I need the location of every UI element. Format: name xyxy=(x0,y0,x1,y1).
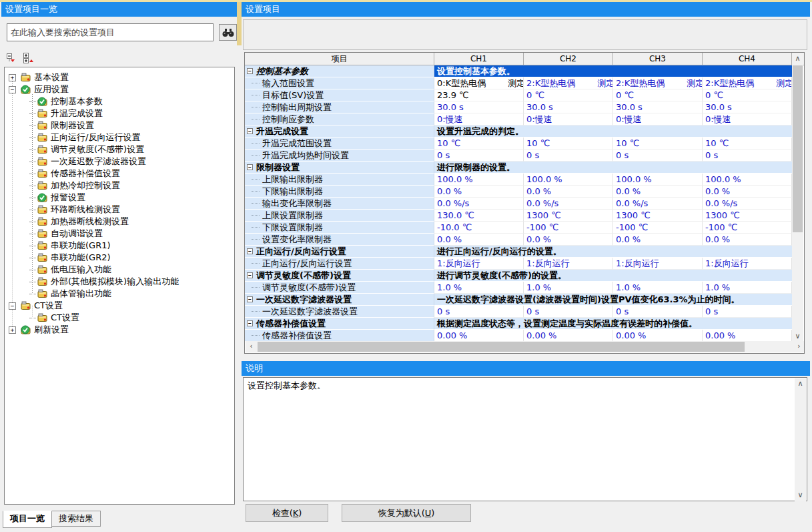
value-cell-ch3[interactable]: 0.0 % xyxy=(613,234,703,246)
tree-item[interactable]: CT设置 xyxy=(5,312,234,324)
value-cell-ch1[interactable]: 1.0 % xyxy=(434,282,524,294)
value-cell-ch4[interactable]: 100.0 % xyxy=(703,174,792,186)
tree-item[interactable]: −CT设置 xyxy=(5,300,234,312)
value-cell-ch1[interactable]: 0 s xyxy=(434,150,524,162)
scroll-up-icon[interactable]: ∧ xyxy=(795,378,806,390)
tab-search-results[interactable]: 搜索结果 xyxy=(51,511,101,527)
item-name-cell[interactable]: 设置变化率限制器 xyxy=(245,234,434,246)
item-name-cell[interactable]: 控制响应参数 xyxy=(245,113,434,125)
tree-item[interactable]: −应用设置 xyxy=(5,83,234,95)
tree-item[interactable]: 加热冷却控制设置 xyxy=(5,180,234,192)
value-cell-ch3[interactable]: 30.0 s xyxy=(613,101,703,113)
value-cell-ch3[interactable]: 0.0 % xyxy=(613,186,703,198)
item-name-cell[interactable]: 升温完成均热时间设置 xyxy=(245,150,434,162)
value-cell-ch2[interactable]: 1300 ℃ xyxy=(524,210,613,222)
scroll-down-icon[interactable]: ∨ xyxy=(795,490,806,501)
item-name-cell[interactable]: −调节灵敏度(不感带)设置 xyxy=(245,270,434,282)
value-cell-ch3[interactable]: 1:反向运行 xyxy=(613,258,703,270)
expand-icon[interactable]: + xyxy=(9,326,16,334)
item-name-cell[interactable]: 目标值(SV)设置 xyxy=(245,89,434,101)
value-cell-ch4[interactable]: -100 ℃ xyxy=(703,222,792,234)
item-name-cell[interactable]: −控制基本参数 xyxy=(245,65,434,77)
collapse-icon[interactable]: − xyxy=(247,296,253,302)
value-cell-ch2[interactable]: -100 ℃ xyxy=(524,222,613,234)
tree-item[interactable]: 串联功能(GR2) xyxy=(5,252,234,264)
value-cell-ch1[interactable]: 0.0 %/s xyxy=(434,198,524,210)
item-name-cell[interactable]: −限制器设置 xyxy=(245,162,434,174)
value-cell-ch4[interactable]: 0:慢速 xyxy=(703,113,792,125)
search-input[interactable] xyxy=(7,23,214,41)
check-button[interactable]: 检查(K) xyxy=(246,504,328,522)
value-cell-ch1[interactable]: 30.0 s xyxy=(434,101,524,113)
tab-item-list[interactable]: 项目一览 xyxy=(3,511,52,528)
tree-item[interactable]: 加热器断线检测设置 xyxy=(5,216,234,228)
table-vertical-scrollbar[interactable]: ∧ ∨ xyxy=(792,53,803,342)
value-cell-ch3[interactable]: 1.0 % xyxy=(613,282,703,294)
group-description-cell[interactable]: 一次延迟数字滤波器设置(滤波器设置时间)设置PV值变化63.3%为止的时间。 xyxy=(434,294,792,306)
tree-item[interactable]: 控制基本参数 xyxy=(5,95,234,107)
value-cell-ch3[interactable]: 0.0 %/s xyxy=(613,198,703,210)
value-cell-ch4[interactable]: 0.00 % xyxy=(703,330,792,342)
value-cell-ch4[interactable]: 0.0 % xyxy=(703,234,792,246)
value-cell-ch4[interactable]: 0 ℃ xyxy=(703,89,792,101)
item-name-cell[interactable]: 正向运行/反向运行设置 xyxy=(245,258,434,270)
scroll-right-icon[interactable]: › xyxy=(793,341,805,352)
value-cell-ch1[interactable]: 0.0 % xyxy=(434,186,524,198)
item-name-cell[interactable]: 下限输出限制器 xyxy=(245,186,434,198)
value-cell-ch3[interactable]: 0:慢速 xyxy=(613,113,703,125)
value-cell-ch4[interactable]: 1.0 % xyxy=(703,282,792,294)
tree-item[interactable]: 环路断线检测设置 xyxy=(5,204,234,216)
value-cell-ch3[interactable]: 0 s xyxy=(613,306,703,318)
value-cell-ch1[interactable]: 0:慢速 xyxy=(434,113,524,125)
value-cell-ch1[interactable]: 130.0 ℃ xyxy=(434,210,524,222)
value-cell-ch4[interactable]: 0 s xyxy=(703,306,792,318)
value-cell-ch4[interactable]: 1:反向运行 xyxy=(703,258,792,270)
value-cell-ch3[interactable]: 0 ℃ xyxy=(613,89,703,101)
expand-icon[interactable]: + xyxy=(9,74,16,81)
value-cell-ch1[interactable]: 100.0 % xyxy=(434,174,524,186)
description-scrollbar[interactable]: ∧ ∨ xyxy=(795,378,806,501)
tree-item[interactable]: 正向运行/反向运行设置 xyxy=(5,131,234,144)
group-description-cell[interactable]: 设置控制基本参数。 xyxy=(434,65,792,77)
value-cell-ch1[interactable]: 23.9 ℃ xyxy=(434,89,524,101)
item-name-cell[interactable]: −一次延迟数字滤波器设置 xyxy=(245,294,434,306)
value-cell-ch1[interactable]: 0 s xyxy=(434,306,524,318)
value-cell-ch4[interactable]: 0.0 %/s xyxy=(703,198,792,210)
value-cell-ch2[interactable]: 0:慢速 xyxy=(524,113,613,125)
tree-item[interactable]: 自动调谐设置 xyxy=(5,228,234,240)
value-cell-ch3[interactable]: 2:K型热电偶 测定 xyxy=(613,77,703,89)
value-cell-ch2[interactable]: 1.0 % xyxy=(524,282,613,294)
vertical-scroll-thumb[interactable] xyxy=(793,65,803,232)
value-cell-ch3[interactable]: 10 ℃ xyxy=(613,138,703,150)
item-name-cell[interactable]: 升温完成范围设置 xyxy=(245,138,434,150)
tree-item[interactable]: 晶体管输出功能 xyxy=(5,288,234,300)
value-cell-ch2[interactable]: 30.0 s xyxy=(524,101,613,113)
group-description-cell[interactable]: 根据测定温度状态等，设置测定温度与实际温度有误差时的补偿值。 xyxy=(434,318,792,330)
collapse-all-icon[interactable] xyxy=(7,53,18,65)
value-cell-ch2[interactable]: 10 ℃ xyxy=(524,138,613,150)
item-name-cell[interactable]: 调节灵敏度(不感带)设置 xyxy=(245,282,434,294)
value-cell-ch2[interactable]: 0 s xyxy=(524,150,613,162)
value-cell-ch4[interactable]: 1300 ℃ xyxy=(703,210,792,222)
item-name-cell[interactable]: 传感器补偿值设置 xyxy=(245,330,434,342)
value-cell-ch1[interactable]: 1:反向运行 xyxy=(434,258,524,270)
group-description-cell[interactable]: 进行正向运行/反向运行的设置。 xyxy=(434,246,792,258)
value-cell-ch1[interactable]: 0.00 % xyxy=(434,330,524,342)
value-cell-ch4[interactable]: 2:K型热电偶 测定 xyxy=(703,77,792,89)
expand-all-icon[interactable] xyxy=(23,53,35,65)
group-description-cell[interactable]: 进行调节灵敏度(不感带)的设置。 xyxy=(434,270,792,282)
item-name-cell[interactable]: 上限输出限制器 xyxy=(245,174,434,186)
value-cell-ch2[interactable]: 0 s xyxy=(524,306,613,318)
tree-item[interactable]: 调节灵敏度(不感带)设置 xyxy=(5,144,234,156)
value-cell-ch4[interactable]: 0.0 % xyxy=(703,186,792,198)
group-description-cell[interactable]: 设置升温完成的判定。 xyxy=(434,125,792,138)
tree-item[interactable]: 限制器设置 xyxy=(5,119,234,131)
tree-item[interactable]: +基本设置 xyxy=(5,71,234,83)
item-name-cell[interactable]: 输出变化率限制器 xyxy=(245,198,434,210)
item-name-cell[interactable]: 一次延迟数字滤波器设置 xyxy=(245,306,434,318)
panel-splitter[interactable] xyxy=(237,2,242,532)
value-cell-ch2[interactable]: 100.0 % xyxy=(524,174,613,186)
value-cell-ch3[interactable]: 0.00 % xyxy=(613,330,703,342)
value-cell-ch2[interactable]: 1:反向运行 xyxy=(524,258,613,270)
value-cell-ch3[interactable]: -100 ℃ xyxy=(613,222,703,234)
